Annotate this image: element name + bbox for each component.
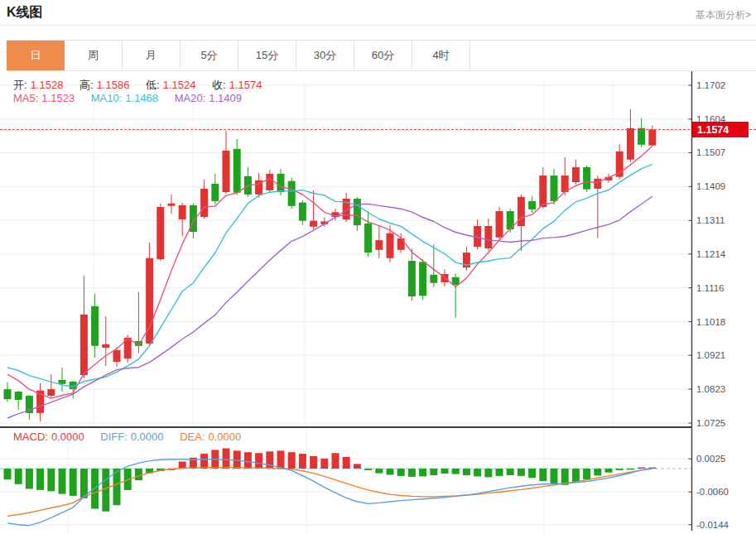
price-badge: 1.1574: [692, 122, 749, 137]
close-label: 收:: [212, 79, 226, 91]
header-divider: [0, 25, 756, 26]
tab-5分[interactable]: 5分: [181, 41, 238, 70]
candlestick-chart[interactable]: 1.17021.16041.15071.14091.13111.12141.11…: [0, 71, 756, 426]
open-value: 1.1528: [31, 79, 64, 91]
svg-text:1.1507: 1.1507: [696, 147, 725, 157]
macd-bars: [4, 449, 657, 512]
dea-value: 0.0000: [209, 431, 242, 443]
svg-text:1.1116: 1.1116: [696, 283, 724, 293]
kline-page: K线图 基本面分析> 日周月5分15分30分60分4时 开:1.1528 高:1…: [0, 0, 756, 534]
diff-value: 0.0000: [131, 431, 164, 443]
svg-text:1.1574: 1.1574: [697, 124, 729, 136]
tab-60分[interactable]: 60分: [354, 41, 412, 70]
tab-月[interactable]: 月: [123, 41, 181, 70]
ma5-label: MA5:: [13, 92, 38, 104]
tab-周[interactable]: 周: [65, 41, 123, 70]
low-label: 低:: [146, 79, 160, 91]
ma10-label: MA10:: [91, 92, 123, 104]
tab-15分[interactable]: 15分: [238, 41, 296, 70]
macd-label: MACD:: [13, 431, 48, 443]
svg-text:1.1409: 1.1409: [696, 181, 725, 191]
open-label: 开:: [13, 79, 27, 91]
candles-group: [4, 109, 657, 421]
fundamental-analysis-link[interactable]: 基本面分析>: [696, 8, 751, 22]
svg-text:-0.0060: -0.0060: [696, 487, 729, 497]
ma-legend: MA5:1.1523 MA10:1.1468 MA20:1.1409: [13, 92, 245, 104]
ma20-label: MA20:: [175, 92, 206, 104]
macd-value: 0.0000: [51, 431, 84, 443]
dea-label: DEA:: [180, 431, 205, 443]
high-value: 1.1586: [97, 79, 130, 91]
svg-text:0.0025: 0.0025: [696, 454, 725, 464]
main-gridlines: [0, 80, 692, 426]
svg-text:1.0725: 1.0725: [696, 418, 725, 426]
macd-chart[interactable]: 0.0025-0.0060-0.0144: [0, 428, 756, 534]
ma20-line: [7, 196, 652, 418]
diff-label: DIFF:: [100, 431, 128, 443]
macd-y-axis-labels: 0.0025-0.0060-0.0144: [689, 454, 730, 530]
tab-日[interactable]: 日: [7, 41, 65, 70]
ma10-value: 1.1468: [125, 92, 158, 104]
tab-30分[interactable]: 30分: [296, 41, 354, 70]
period-tab-bar: 日周月5分15分30分60分4时: [7, 40, 756, 71]
svg-text:1.1018: 1.1018: [696, 317, 725, 327]
close-value: 1.1574: [229, 79, 262, 91]
high-label: 高:: [79, 79, 94, 91]
svg-text:1.1702: 1.1702: [696, 80, 725, 90]
macd-legend: MACD:0.0000 DIFF:0.0000 DEA:0.0000: [13, 431, 244, 443]
svg-text:1.0921: 1.0921: [696, 350, 725, 360]
ma20-value: 1.1409: [209, 92, 242, 104]
ohlc-legend: 开:1.1528 高:1.1586 低:1.1524 收:1.1574: [13, 78, 265, 93]
svg-text:1.1311: 1.1311: [696, 215, 725, 225]
svg-text:-0.0144: -0.0144: [696, 520, 730, 530]
svg-text:1.1214: 1.1214: [696, 249, 726, 259]
low-value: 1.1524: [163, 79, 196, 91]
page-title: K线图: [7, 4, 43, 22]
ma5-value: 1.1523: [41, 92, 75, 104]
tab-4时[interactable]: 4时: [412, 41, 470, 70]
svg-text:1.0823: 1.0823: [696, 384, 725, 394]
